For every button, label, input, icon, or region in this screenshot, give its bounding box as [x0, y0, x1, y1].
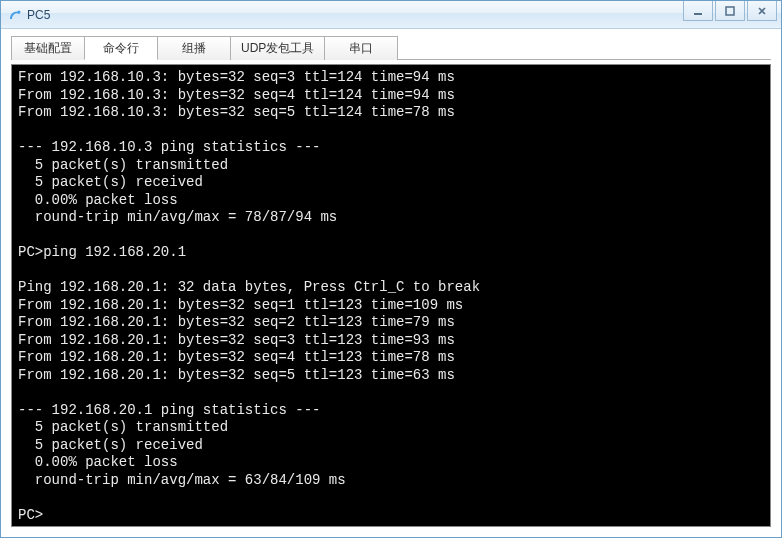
svg-point-0 [18, 10, 21, 13]
minimize-button[interactable] [683, 1, 713, 21]
tab-serial[interactable]: 串口 [324, 36, 398, 60]
svg-rect-2 [726, 7, 734, 15]
tab-bar-container: 基础配置 命令行 组播 UDP发包工具 串口 [1, 29, 781, 60]
tab-label: UDP发包工具 [241, 40, 314, 57]
title-bar[interactable]: PC5 [1, 1, 781, 29]
app-icon [7, 7, 23, 23]
tab-basic-config[interactable]: 基础配置 [11, 36, 85, 60]
tab-command-line[interactable]: 命令行 [84, 36, 158, 60]
svg-rect-1 [694, 13, 702, 15]
maximize-button[interactable] [715, 1, 745, 21]
terminal-container: From 192.168.10.3: bytes=32 seq=3 ttl=12… [1, 60, 781, 537]
close-button[interactable] [747, 1, 777, 21]
tab-label: 命令行 [103, 40, 139, 57]
tab-bar: 基础配置 命令行 组播 UDP发包工具 串口 [11, 35, 771, 60]
tab-udp-tool[interactable]: UDP发包工具 [230, 36, 325, 60]
tab-label: 基础配置 [24, 40, 72, 57]
tab-multicast[interactable]: 组播 [157, 36, 231, 60]
tab-label: 串口 [349, 40, 373, 57]
tab-label: 组播 [182, 40, 206, 57]
terminal[interactable]: From 192.168.10.3: bytes=32 seq=3 ttl=12… [11, 64, 771, 527]
window-title: PC5 [27, 8, 50, 22]
app-window: PC5 基础配置 命令行 组播 UDP发包工具 串口 From 192.168.… [0, 0, 782, 538]
window-controls [683, 1, 781, 28]
